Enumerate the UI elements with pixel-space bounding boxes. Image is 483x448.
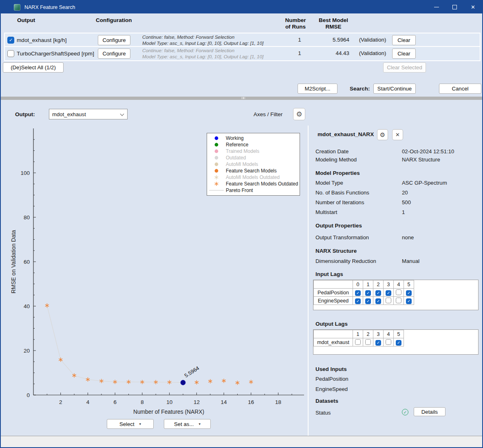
svg-text:40: 40 [24,303,30,309]
legend-item: Reference [207,141,300,148]
header-output: Output [17,17,35,23]
configure-button[interactable]: Configure [98,35,130,45]
data-point[interactable] [222,379,226,383]
lag-row-name: EngineSpeed [314,297,353,305]
status-ok-icon: ✓ [402,409,408,415]
lag-checkbox[interactable]: ✓ [406,298,412,304]
lag-column-header: 0 [353,280,363,289]
close-button[interactable]: ✕ [464,1,482,13]
dot-marker-icon [207,168,226,174]
configure-button[interactable]: Configure [98,49,130,59]
data-point[interactable] [236,381,239,385]
lag-column-header: 5 [394,330,404,338]
cancel-button[interactable]: Cancel [439,84,481,94]
svg-text:12: 12 [194,399,200,405]
lag-column-header: 5 [404,280,414,289]
deselect-all-button[interactable]: (De)Select All (1/2) [3,62,64,73]
output-dropdown[interactable]: mdot_exhaust [49,109,128,119]
configuration-summary: Continue: false, Method: Forward Selecti… [142,34,264,46]
lag-checkbox[interactable]: ✓ [406,290,412,296]
data-point[interactable] [249,380,253,384]
minimize-button[interactable] [427,1,446,13]
lag-checkbox[interactable]: ✓ [365,298,371,304]
working-point-annotation: 5.5964 [183,365,201,379]
table-row: TurboChargerShaftSpeed [rpm] Configure C… [5,47,480,60]
svg-text:10: 10 [166,399,172,405]
svg-text:RMSE on Validation Data: RMSE on Validation Data [11,230,17,294]
status-bar [1,436,482,447]
lag-checkbox[interactable] [396,298,401,303]
data-point[interactable] [195,380,198,384]
creation-date-label: Creation Date [315,148,348,154]
chart-legend: WorkingReferenceTrained ModelsOutdatedAu… [207,133,300,196]
header-best-model-rmse: Best ModelRMSE [315,17,352,30]
lag-column-header: 3 [373,330,384,338]
svg-text:100: 100 [20,170,30,176]
svg-text:8: 8 [141,399,144,405]
lag-column-header: 1 [363,280,373,289]
start-continue-button[interactable]: Start/Continue [373,84,416,94]
lag-checkbox[interactable] [396,289,401,295]
input-lags-header: Input Lags [315,271,343,277]
model-name: mdot_exhaust_NARX [318,131,374,137]
lag-checkbox[interactable]: ✓ [396,340,401,346]
row-checkbox[interactable] [7,50,14,57]
legend-label: AutoMl Models Outdated [226,174,280,180]
lag-checkbox[interactable] [386,298,391,303]
lag-checkbox[interactable]: ✓ [375,298,381,304]
set-as-dropdown-button[interactable]: Set as...▾ [164,419,211,429]
select-dropdown-button[interactable]: Select▾ [107,419,154,429]
number-of-runs-value: 1 [291,37,308,43]
model-settings-button[interactable]: ⚙ [377,129,388,140]
data-point[interactable] [208,379,212,383]
clear-button[interactable]: Clear [392,49,416,59]
svg-text:20: 20 [24,348,30,354]
lag-checkbox[interactable]: ✓ [355,298,361,304]
legend-label: Outdated [226,155,246,161]
data-point[interactable] [45,303,49,307]
search-label: Search: [350,86,370,92]
svg-text:80: 80 [24,214,30,221]
clear-selected-button[interactable]: Clear Selected [383,62,426,73]
model-type-label: Model Type [315,180,343,186]
best-model-rmse-value: 44.43 [317,50,349,56]
caret-down-icon: ▾ [139,422,141,426]
splitter-handle[interactable] [1,97,482,100]
lag-checkbox[interactable] [355,339,361,345]
output-properties-header: Output Properties [315,223,362,229]
window-title: NARX Feature Search [24,4,75,10]
used-input-item: EngineSpeed [315,386,348,392]
asterisk-marker-icon [207,181,226,187]
row-checkbox[interactable]: ✓ [7,37,14,44]
svg-text:16: 16 [248,399,254,405]
clear-button[interactable]: Clear [392,35,416,45]
dot-marker-icon [207,142,226,148]
working-model-point[interactable] [181,380,185,385]
dot-marker-icon [207,155,226,161]
axes-filter-gear-button[interactable]: ⚙ [293,108,305,120]
m2script-button[interactable]: M2Script... [298,84,337,94]
panel-close-button[interactable]: ✕ [392,129,403,140]
feature-search-chart[interactable]: 24681012141618020406080100Number of Feat… [9,126,309,417]
model-details-panel: mdot_exhaust_NARX ⚙ ✕ Creation Date 02-O… [308,126,483,437]
lag-checkbox[interactable] [386,339,391,345]
lag-checkbox[interactable]: ✓ [375,340,381,346]
legend-item: Pareto Front [207,188,300,194]
output-table: ✓ mdot_exhaust [kg/h] Configure Continue… [4,33,481,61]
legend-item: AutoMl Models [207,161,300,167]
lag-checkbox[interactable]: ✓ [365,290,371,296]
titlebar[interactable]: NARX Feature Search ✕ [1,1,482,13]
data-point [215,182,218,186]
iterations-value: 500 [402,199,411,205]
details-button[interactable]: Details [414,407,446,416]
maximize-button[interactable] [446,1,464,13]
legend-item: Trained Models [207,148,300,154]
legend-label: Feature Search Models Outdated [226,181,298,187]
used-input-item: PedalPosition [315,376,348,382]
lag-checkbox[interactable]: ✓ [386,290,391,296]
lag-checkbox[interactable] [365,339,371,345]
lag-checkbox[interactable]: ✓ [375,290,381,296]
legend-item: Feature Search Models Outdated [207,181,300,187]
lag-checkbox[interactable]: ✓ [355,290,361,296]
dot-marker-icon [207,148,226,154]
